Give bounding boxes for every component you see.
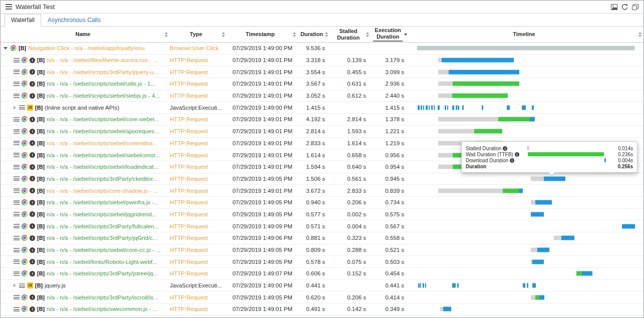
timeline-bar[interactable]: [431, 105, 433, 110]
timeline-bar[interactable]: [622, 224, 635, 228]
timeline-bar[interactable]: [438, 117, 498, 122]
timeline-bar[interactable]: [531, 248, 537, 252]
column-header-duration[interactable]: Duration: [298, 27, 330, 42]
expand-collapsed-icon[interactable]: [14, 283, 16, 287]
table-row[interactable]: [B]n/a - n/a - /siebel/scripts/siebel/pw…: [1, 197, 643, 209]
timeline-bar[interactable]: [537, 248, 549, 252]
timeline-bar[interactable]: [457, 283, 459, 288]
timeline-bar[interactable]: [482, 105, 483, 110]
timeline-bar[interactable]: [438, 70, 449, 74]
table-row[interactable]: [B]n/a - n/a - /siebel/scripts/3rdParty/…: [1, 66, 643, 78]
table-row[interactable]: [B]n/a - n/a - /siebel/scripts/core-shad…: [1, 185, 643, 197]
timeline-bar[interactable]: [527, 283, 528, 288]
timeline-bar[interactable]: [434, 105, 435, 110]
timeline-bar[interactable]: [421, 105, 422, 110]
timeline-bar[interactable]: [582, 271, 592, 276]
timeline-bar[interactable]: [418, 283, 420, 288]
timeline-bar[interactable]: [443, 307, 451, 311]
timeline-bar[interactable]: [452, 283, 454, 288]
timeline-bar[interactable]: [535, 295, 540, 299]
table-row[interactable]: [B]n/a - n/a - /siebel/scripts/siebel/ut…: [1, 78, 643, 90]
table-row[interactable]: [B]n/a - n/a - /siebel/scripts/siebel/jq…: [1, 209, 643, 221]
table-row[interactable]: [B]n/a - n/a - /siebel/scripts/siebel/si…: [1, 90, 643, 102]
table-row[interactable]: [B]n/a - n/a - /siebel/scripts/siebel/co…: [1, 244, 643, 256]
timeline-bar[interactable]: [438, 165, 453, 169]
table-row[interactable]: [B]n/a - n/a - /siebel/scripts/3rdParty/…: [1, 268, 643, 280]
table-row[interactable]: [B](Inline script and native APIs)JavaSc…: [1, 102, 643, 114]
timeline-bar[interactable]: [544, 176, 565, 181]
table-row[interactable]: [B]n/a - n/a - /siebel/scripts/3rdParty/…: [1, 173, 643, 185]
timeline-bar[interactable]: [531, 200, 535, 205]
timeline-bar[interactable]: [535, 200, 552, 205]
timeline-bar[interactable]: [532, 259, 544, 264]
table-row[interactable]: [B]n/a - n/a - /siebel/scripts/siebel/co…: [1, 114, 643, 126]
timeline-bar[interactable]: [452, 94, 508, 98]
column-header-type[interactable]: Type: [170, 27, 227, 42]
column-header-timeline[interactable]: Timeline: [409, 27, 643, 42]
timeline-bar[interactable]: [438, 94, 452, 98]
timeline-bar[interactable]: [449, 70, 519, 74]
timeline-bar[interactable]: [503, 188, 519, 193]
timeline-bar[interactable]: [418, 105, 420, 110]
timeline-bar[interactable]: [498, 117, 530, 122]
timeline-bar[interactable]: [442, 58, 514, 63]
timeline-bar[interactable]: [438, 153, 453, 157]
timeline-bar[interactable]: [519, 188, 523, 193]
export-image-icon[interactable]: [611, 4, 617, 10]
tab-waterfall[interactable]: Waterfall: [5, 14, 41, 27]
timeline-bar[interactable]: [530, 117, 535, 122]
refresh-icon[interactable]: [621, 4, 628, 10]
timeline-bar[interactable]: [453, 82, 520, 86]
timeline-bar[interactable]: [507, 105, 510, 110]
table-row[interactable]: [B]Navigation Click - n/a - /siebel/app/…: [1, 43, 643, 55]
column-header-stalled-duration[interactable]: Stalled Duration: [330, 27, 371, 42]
timeline-bar[interactable]: [561, 236, 574, 240]
expand-open-icon[interactable]: [4, 47, 8, 50]
table-row[interactable]: [B]n/a - n/a - /siebel/scripts/3rdParty/…: [1, 291, 643, 303]
timeline-bar[interactable]: [522, 105, 526, 110]
expand-collapsed-icon[interactable]: [14, 106, 16, 110]
timeline-bar[interactable]: [462, 105, 464, 110]
timeline-bar[interactable]: [576, 271, 582, 276]
timeline-bar[interactable]: [532, 283, 536, 288]
table-row[interactable]: [B]n/a - n/a - /siebel/scripts/3rdParty/…: [1, 315, 643, 318]
table-row[interactable]: [B]n/a - n/a - /siebel/scripts/siebel/aj…: [1, 126, 643, 138]
timeline-bar[interactable]: [417, 46, 634, 51]
timeline-bar[interactable]: [425, 283, 426, 288]
open-window-icon[interactable]: [632, 4, 638, 10]
timeline-bar[interactable]: [438, 105, 440, 110]
table-row[interactable]: [B]n/a - n/a - /siebel/scripts/swecommon…: [1, 303, 643, 315]
timeline-bar[interactable]: [456, 105, 457, 110]
timeline-bar[interactable]: [445, 105, 446, 110]
timeline-bar[interactable]: [420, 283, 421, 288]
column-header-timestamp[interactable]: Timestamp: [227, 27, 298, 42]
timeline-bar[interactable]: [438, 188, 503, 193]
table-row[interactable]: [B]n/a - n/a - /siebel/files/theme-auror…: [1, 55, 643, 67]
timeline-bar[interactable]: [447, 105, 448, 110]
timeline-bar[interactable]: [474, 129, 502, 134]
table-row[interactable]: [B]jquery.jsJavaScript:Executi...07/29/2…: [1, 280, 643, 292]
timeline-bar[interactable]: [426, 105, 428, 110]
timeline-bar[interactable]: [531, 212, 544, 216]
table-row[interactable]: [B]n/a - n/a - /siebel/fonts/Roboto-Ligh…: [1, 256, 643, 268]
timeline-bar[interactable]: [438, 129, 475, 134]
timeline-bar[interactable]: [531, 295, 535, 299]
table-row[interactable]: [B]n/a - n/a - /siebel/scripts/3rdParty/…: [1, 232, 643, 244]
timeline-bar[interactable]: [423, 283, 424, 288]
timeline-bar[interactable]: [429, 105, 430, 110]
timeline-bar[interactable]: [452, 105, 455, 110]
timeline-bar[interactable]: [554, 236, 561, 240]
column-header-execution-duration[interactable]: Execution Duration: [371, 27, 409, 42]
column-header-name[interactable]: Name: [1, 27, 170, 42]
timeline-bar[interactable]: [458, 105, 459, 110]
timeline-bar[interactable]: [438, 82, 453, 86]
timeline-bar[interactable]: [532, 105, 534, 110]
timeline-bar[interactable]: [423, 105, 424, 110]
timeline-bar[interactable]: [539, 295, 544, 299]
timeline-bar[interactable]: [454, 283, 455, 288]
table-row[interactable]: [B]n/a - n/a - /siebel/scripts/3rdParty/…: [1, 220, 643, 232]
tab-asynchronous-calls[interactable]: Asynchronous Calls: [41, 14, 107, 27]
timeline-bar[interactable]: [523, 283, 525, 288]
timeline-bar[interactable]: [531, 176, 544, 181]
timeline-bar[interactable]: [438, 58, 442, 63]
